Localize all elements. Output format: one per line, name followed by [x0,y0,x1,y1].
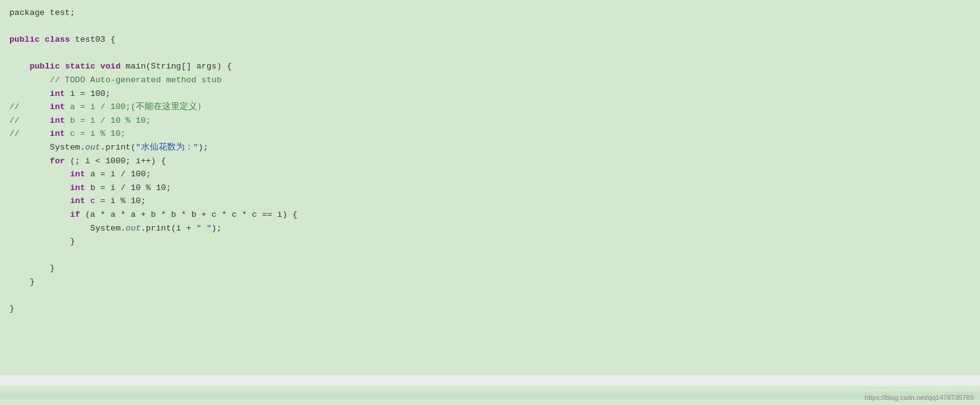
code-line: } [9,302,971,316]
code-line: // int a = i / 100;(不能在这里定义） [9,100,971,114]
code-line: package test; [9,6,971,20]
code-line: System.out.print(i + " "); [9,222,971,236]
bottom-bar [0,375,980,386]
code-line: System.out.print("水仙花数为："); [9,141,971,155]
code-line [9,47,971,60]
code-line: if (a * a * a + b * b * b + c * c * c ==… [9,208,971,222]
code-line [9,249,971,262]
code-line: // int c = i % 10; [9,127,971,141]
scrollbar-area[interactable]: ‹ [0,386,980,405]
code-line [9,288,971,302]
code-line: int i = 100; [9,87,971,101]
code-line: public class test03 { [9,33,971,47]
code-line: } [9,275,971,289]
code-line: } [9,235,971,249]
code-line: public static void main(String[] args) { [9,60,971,74]
watermark: https://blog.csdn.net/qq1478735789 [865,394,974,401]
code-line: // TODO Auto-generated method stub [9,74,971,87]
code-line: int c = i % 10; [9,194,971,208]
code-line: // int b = i / 10 % 10; [9,114,971,128]
scroll-track[interactable] [0,392,980,399]
code-editor: package test; public class test03 { publ… [0,0,980,322]
code-line: int b = i / 10 % 10; [9,181,971,195]
code-line [9,20,971,34]
code-line: for (; i < 1000; i++) { [9,155,971,168]
code-line: } [9,262,971,275]
code-line: int a = i / 100; [9,168,971,181]
